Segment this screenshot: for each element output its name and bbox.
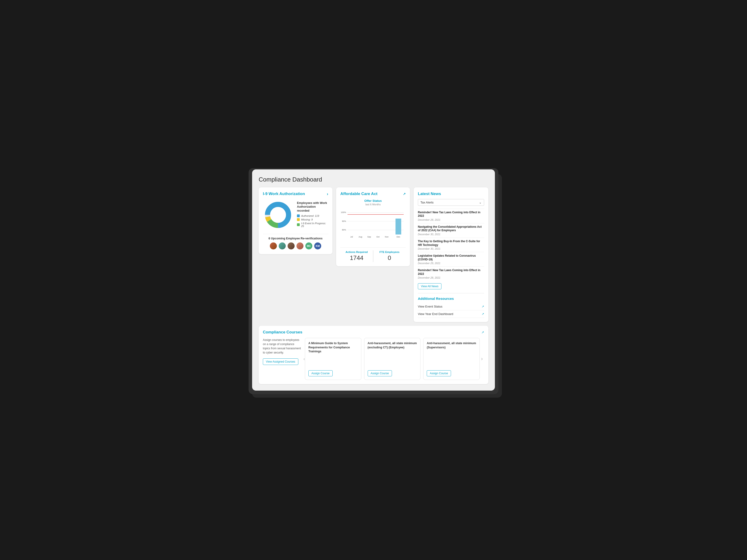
news-item-1-title: Navigating the Consolidated Appropriatio… <box>418 225 484 232</box>
assign-course-1-button[interactable]: Assign Course <box>368 370 392 376</box>
legend-title: Employees with WorkAuthorization recorde… <box>297 201 328 213</box>
avatars-row: MC KM <box>263 242 328 250</box>
resource-event-status[interactable]: View Event Status ↗ <box>418 303 484 310</box>
assign-course-2-button[interactable]: Assign Course <box>427 370 451 376</box>
i9-chevron-icon[interactable]: › <box>327 192 328 196</box>
aca-bar-chart: 100% 90% 80% <box>340 208 406 245</box>
chevron-down-icon: ⌄ <box>479 201 482 204</box>
aca-chart-subtitle: last 6 Months <box>340 203 406 206</box>
svg-text:Jul: Jul <box>351 236 353 238</box>
aca-chart-svg: 100% 90% 80% <box>340 208 406 245</box>
aca-panel-title: Affordable Care Act ↗ <box>340 192 406 196</box>
aca-actions-value: 1744 <box>340 254 373 262</box>
i9-title-text: I-9 Work Authorization <box>263 192 305 196</box>
news-item-0: Reminder! New Tax Laws Coming into Effec… <box>418 209 484 223</box>
course-card-1: Anti-harassment, all state minimum (excl… <box>364 338 421 380</box>
i9-panel: I-9 Work Authorization › <box>259 187 332 254</box>
news-panel: Latest News Tax Alerts ⌄ Reminder! New T… <box>414 187 488 322</box>
svg-text:Aug: Aug <box>359 236 362 238</box>
aca-fte-stat: FTE Employees 0 <box>373 250 406 262</box>
main-card: Compliance Dashboard I-9 Work Authorizat… <box>252 169 495 391</box>
view-assigned-courses-button[interactable]: View Assigned Courses <box>263 358 298 365</box>
assign-course-0-button[interactable]: Assign Course <box>308 370 333 376</box>
avatar-2 <box>278 242 286 250</box>
news-item-4-date: December 28, 2021 <box>418 276 484 279</box>
avatar-km: KM <box>314 242 322 250</box>
news-item-3-date: December 29, 2021 <box>418 262 484 265</box>
aca-actions-stat: Actions Required 1744 <box>340 250 373 262</box>
legend-missing-label: Missing: 9 <box>301 218 313 221</box>
news-dropdown-value: Tax Alerts <box>420 201 434 204</box>
course-card-2: Anti-harassment, all state minimum (Supe… <box>423 338 480 380</box>
news-item-2-date: December 30, 2021 <box>418 247 484 250</box>
avatar-4 <box>296 242 304 250</box>
bottom-row: Compliance Courses ↗ Assign courses to e… <box>259 326 488 384</box>
news-item-2: The Key to Getting Buy-In From the C-Sui… <box>418 238 484 252</box>
courses-panel-header: Compliance Courses ↗ <box>263 330 484 335</box>
aca-actions-label: Actions Required <box>340 250 373 254</box>
course-card-2-title: Anti-harassment, all state minimum (Supe… <box>427 341 476 349</box>
courses-next-arrow-icon[interactable]: › <box>480 338 484 380</box>
aca-title-text: Affordable Care Act <box>340 192 378 196</box>
svg-text:90%: 90% <box>342 220 346 222</box>
course-card-1-title: Anti-harassment, all state minimum (excl… <box>368 341 417 349</box>
course-card-0: A Minimum Guide to System Requirements f… <box>305 338 361 380</box>
avatar-mc: MC <box>305 242 313 250</box>
svg-text:Dec: Dec <box>396 236 400 238</box>
svg-text:Oct: Oct <box>376 236 380 238</box>
i9-panel-title: I-9 Work Authorization › <box>263 192 328 196</box>
legend-inprogress: I-9 Event In Progress: 25 <box>297 222 328 228</box>
courses-panel: Compliance Courses ↗ Assign courses to e… <box>259 326 488 384</box>
svg-text:80%: 80% <box>342 229 346 231</box>
news-item-3: Legislative Updates Related to Coronavir… <box>418 252 484 266</box>
course-card-0-title: A Minimum Guide to System Requirements f… <box>308 341 358 354</box>
aca-external-link-icon[interactable]: ↗ <box>403 192 406 196</box>
additional-resources-title: Additional Resources <box>418 297 484 300</box>
news-item-4: Reminder! New Tax Laws Coming into Effec… <box>418 266 484 281</box>
legend-dot-missing <box>297 218 300 221</box>
content-grid: I-9 Work Authorization › <box>259 187 488 322</box>
aca-fte-value: 0 <box>373 254 406 262</box>
aca-chart-title: Offer Status <box>340 199 406 203</box>
legend-dot-authorized <box>297 214 300 217</box>
news-category-dropdown[interactable]: Tax Alerts ⌄ <box>418 199 484 206</box>
aca-fte-label: FTE Employees <box>373 250 406 254</box>
svg-text:100%: 100% <box>341 211 346 213</box>
legend-dot-inprogress <box>297 223 300 226</box>
news-item-1-date: December 30, 2021 <box>418 233 484 236</box>
year-end-external-link-icon: ↗ <box>482 312 484 316</box>
svg-text:Nov: Nov <box>385 236 389 238</box>
resource-year-end-dashboard[interactable]: View Year End Dashboard ↗ <box>418 310 484 318</box>
resource-event-status-label: View Event Status <box>418 305 442 308</box>
outer-wrapper: Compliance Dashboard I-9 Work Authorizat… <box>245 162 502 398</box>
news-item-0-date: December 28, 2021 <box>418 218 484 221</box>
legend-authorized-label: Authorized: 119 <box>301 214 319 217</box>
avatar-3 <box>287 242 295 250</box>
aca-panel: Affordable Care Act ↗ Offer Status last … <box>336 187 410 266</box>
avatar-1 <box>269 242 277 250</box>
donut-svg <box>263 200 293 230</box>
donut-chart <box>263 200 293 230</box>
courses-external-link-icon[interactable]: ↗ <box>481 330 484 334</box>
view-all-news-button[interactable]: View All News <box>418 283 441 289</box>
reverif-section: 6 Upcoming Employee Re-verifications MC … <box>263 234 328 250</box>
aca-stats: Actions Required 1744 FTE Employees 0 <box>340 247 406 262</box>
news-item-0-title: Reminder! New Tax Laws Coming into Effec… <box>418 211 484 218</box>
courses-list: A Minimum Guide to System Requirements f… <box>305 338 480 380</box>
svg-point-4 <box>270 207 286 223</box>
legend-inprogress-label: I-9 Event In Progress: 25 <box>301 222 328 228</box>
courses-prev-arrow-icon[interactable]: ‹ <box>304 356 305 362</box>
courses-panel-title: Compliance Courses <box>263 330 302 335</box>
news-item-1: Navigating the Consolidated Appropriatio… <box>418 223 484 238</box>
legend-section: Employees with WorkAuthorization recorde… <box>297 201 328 229</box>
news-item-2-title: The Key to Getting Buy-In From the C-Sui… <box>418 240 484 247</box>
legend-authorized: Authorized: 119 <box>297 214 328 217</box>
news-item-4-title: Reminder! New Tax Laws Coming into Effec… <box>418 269 484 276</box>
donut-section: Employees with WorkAuthorization recorde… <box>263 200 328 230</box>
courses-content: Assign courses to employees on a range o… <box>263 338 484 380</box>
courses-desc-col: Assign courses to employees on a range o… <box>263 338 305 380</box>
additional-resources-section: Additional Resources View Event Status ↗… <box>418 293 484 318</box>
svg-text:Sep: Sep <box>367 236 371 238</box>
page-title: Compliance Dashboard <box>259 176 488 183</box>
svg-rect-12 <box>395 218 401 234</box>
